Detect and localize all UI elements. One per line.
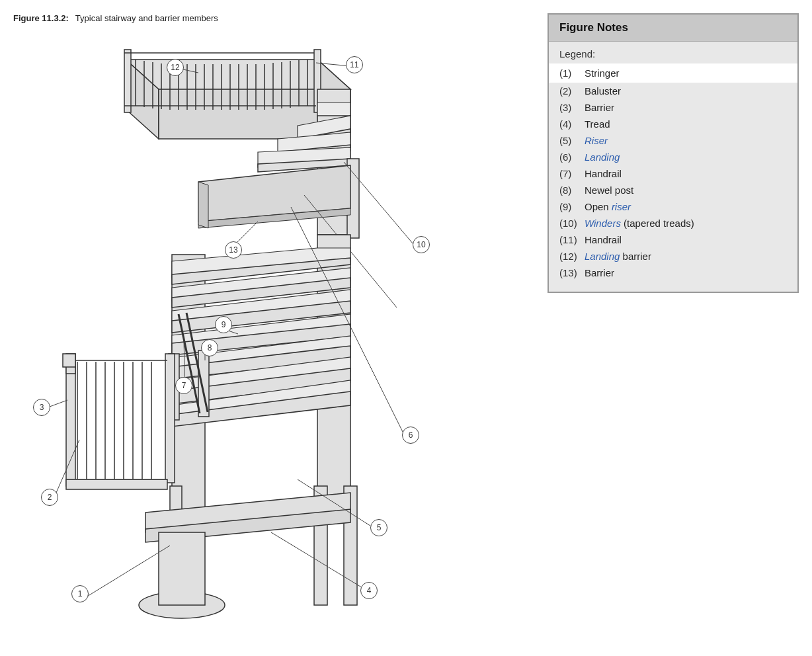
page-container: Figure 11.3.2: Typical stairway and barr… <box>0 0 812 656</box>
legend-text-10: Winders (tapered treads) <box>585 218 694 229</box>
legend-text-2: Baluster <box>585 85 621 97</box>
legend-item-4: (4) Tread <box>559 116 787 132</box>
legend-num-7: (7) <box>559 168 585 179</box>
svg-marker-41 <box>198 182 208 228</box>
diagram-area: .stair-line { stroke: #333; stroke-width… <box>13 30 463 638</box>
callout-3: 3 <box>33 399 50 416</box>
legend-num-10: (10) <box>559 218 585 229</box>
legend-text-5: Riser <box>585 135 608 146</box>
callout-13: 13 <box>225 241 242 259</box>
legend-num-2: (2) <box>559 85 585 97</box>
callout-9: 9 <box>215 316 232 333</box>
callout-7: 7 <box>175 377 192 394</box>
legend-text-1: Stringer <box>585 67 620 79</box>
legend-item-1: (1) Stringer <box>549 63 797 83</box>
svg-rect-4 <box>124 50 131 112</box>
figure-label: Figure 11.3.2: <box>13 13 69 23</box>
legend-text-8: Newel post <box>585 184 633 196</box>
legend-text-6: Landing <box>585 151 620 163</box>
legend-item-6: (6) Landing <box>559 149 787 165</box>
left-panel: Figure 11.3.2: Typical stairway and barr… <box>13 13 534 643</box>
svg-marker-78 <box>63 354 75 367</box>
legend-num-9: (9) <box>559 201 585 212</box>
figure-title: Typical stairway and barrier members <box>75 13 218 23</box>
callout-6: 6 <box>402 427 419 444</box>
legend-text-9: Open riser <box>585 201 631 212</box>
legend-item-3: (3) Barrier <box>559 99 787 116</box>
legend-num-1: (1) <box>559 67 585 79</box>
legend-item-2: (2) Baluster <box>559 83 787 99</box>
legend-num-11: (11) <box>559 234 585 245</box>
callout-4: 4 <box>360 582 378 599</box>
figure-notes-body: Legend: (1) Stringer (2) Baluster (3) Ba… <box>549 42 797 292</box>
legend-item-10: (10) Winders (tapered treads) <box>559 215 787 231</box>
legend-text-3: Barrier <box>585 102 614 113</box>
callout-1: 1 <box>71 585 89 602</box>
callout-12: 12 <box>167 59 184 76</box>
right-panel: Figure Notes Legend: (1) Stringer (2) Ba… <box>534 13 799 643</box>
svg-rect-65 <box>165 354 175 483</box>
legend-text-12: Landing barrier <box>585 251 651 262</box>
legend-num-8: (8) <box>559 184 585 196</box>
legend-item-13: (13) Barrier <box>559 265 787 281</box>
legend-text-11: Handrail <box>585 234 622 245</box>
callout-10: 10 <box>413 236 430 253</box>
stairway-diagram: .stair-line { stroke: #333; stroke-width… <box>13 30 463 638</box>
legend-item-7: (7) Handrail <box>559 165 787 182</box>
callout-2: 2 <box>41 489 58 506</box>
legend-item-8: (8) Newel post <box>559 182 787 198</box>
svg-marker-77 <box>66 479 167 489</box>
legend-label: Legend: <box>559 48 787 60</box>
legend-text-13: Barrier <box>585 267 614 278</box>
legend-num-4: (4) <box>559 118 585 130</box>
legend-num-5: (5) <box>559 135 585 146</box>
legend-num-6: (6) <box>559 151 585 163</box>
legend-num-13: (13) <box>559 267 585 278</box>
svg-line-88 <box>50 400 67 407</box>
callout-8: 8 <box>201 339 218 356</box>
legend-num-12: (12) <box>559 251 585 262</box>
figure-caption: Figure 11.3.2: Typical stairway and barr… <box>13 13 534 23</box>
svg-line-86 <box>86 546 170 597</box>
legend-item-12: (12) Landing barrier <box>559 248 787 265</box>
svg-marker-85 <box>159 532 205 605</box>
callout-5: 5 <box>370 519 387 536</box>
legend-text-4: Tread <box>585 118 610 130</box>
legend-item-11: (11) Handrail <box>559 231 787 248</box>
legend-item-9: (9) Open riser <box>559 198 787 215</box>
svg-rect-63 <box>66 367 75 486</box>
legend-num-3: (3) <box>559 102 585 113</box>
figure-notes-box: Figure Notes Legend: (1) Stringer (2) Ba… <box>548 13 799 293</box>
legend-item-5: (5) Riser <box>559 132 787 149</box>
callout-11: 11 <box>346 56 363 73</box>
legend-text-7: Handrail <box>585 168 622 179</box>
figure-notes-header: Figure Notes <box>549 15 797 42</box>
